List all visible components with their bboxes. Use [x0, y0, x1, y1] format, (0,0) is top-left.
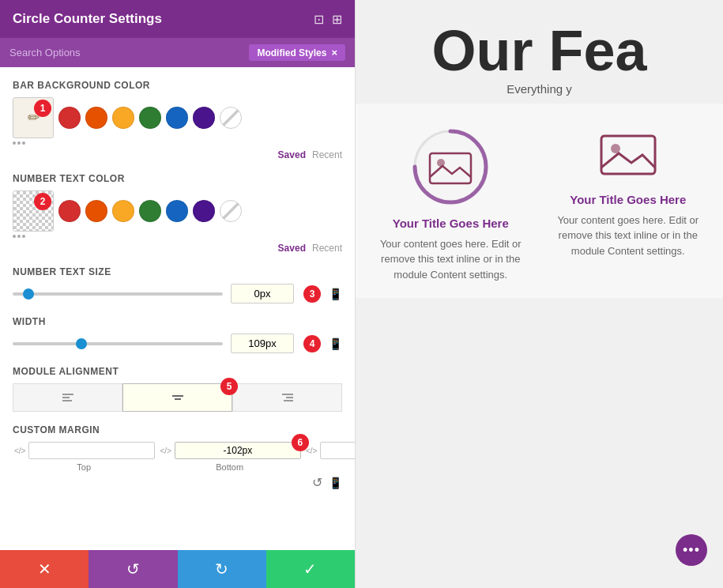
chat-dots-icon: •••: [683, 542, 700, 559]
color-blue[interactable]: [166, 107, 188, 129]
width-section: Width 109px 4 📱: [13, 316, 342, 353]
bottom-bar: ✕ ↺ ↻ ✓: [0, 550, 355, 588]
align-right-btn[interactable]: [232, 383, 342, 412]
number-text-size-input[interactable]: 0px: [231, 284, 294, 303]
svg-point-11: [437, 159, 445, 167]
save-button[interactable]: ✓: [266, 550, 355, 588]
cancel-button[interactable]: ✕: [0, 550, 88, 588]
bar-bg-color-swatch[interactable]: ✏ 1: [13, 97, 54, 138]
margin-bottom-input[interactable]: [175, 442, 301, 459]
search-bar: Search Options Modified Styles ×: [0, 38, 355, 67]
module-alignment-label: Module Alignment: [13, 366, 342, 377]
expand-icon[interactable]: ⊡: [314, 12, 324, 27]
search-placeholder[interactable]: Search Options: [9, 47, 81, 58]
nt-color-orange[interactable]: [85, 200, 107, 222]
width-thumb[interactable]: [76, 338, 87, 349]
color-more-dots: [13, 141, 342, 145]
card2-text: Your content goes here. Edit or remove t…: [549, 213, 708, 259]
saved-link-1[interactable]: Saved: [278, 149, 306, 160]
number-text-size-label: Number Text Size: [13, 266, 342, 277]
nt-color-yellow[interactable]: [112, 200, 134, 222]
color-transparent[interactable]: [220, 107, 242, 129]
width-label: Width: [13, 316, 342, 327]
modified-label: Modified Styles: [257, 47, 326, 58]
align-left-btn[interactable]: [13, 383, 122, 412]
margin-top-input[interactable]: [28, 442, 155, 459]
color-green[interactable]: [139, 107, 161, 129]
margin-bottom-label: Bottom: [216, 462, 243, 472]
grid-icon[interactable]: ⊞: [332, 12, 342, 27]
code-icon-top[interactable]: </>: [13, 445, 27, 457]
alignment-row: 5: [13, 383, 342, 412]
saved-link-2[interactable]: Saved: [278, 243, 306, 254]
preview-content: Your Title Goes Here Your content goes h…: [356, 104, 723, 298]
preview-big-title: Our Fea: [371, 22, 707, 79]
saved-recent-1: Saved Recent: [13, 149, 342, 160]
module-alignment-section: Module Alignment 5: [13, 366, 342, 412]
preview-header: Our Fea Everything y: [356, 0, 723, 104]
device-icon-margin[interactable]: 📱: [329, 477, 342, 489]
card2-title: Your Title Goes Here: [570, 192, 686, 208]
chat-bubble[interactable]: •••: [676, 534, 707, 566]
saved-recent-2: Saved Recent: [13, 243, 342, 254]
panel-header: Circle Counter Settings ⊡ ⊞: [0, 0, 355, 38]
nt-color-transparent[interactable]: [220, 200, 242, 222]
width-input[interactable]: 109px: [231, 334, 294, 353]
bar-bg-color-label: Bar Background Color: [13, 80, 342, 91]
number-text-color-swatch[interactable]: 2: [13, 190, 54, 232]
nt-color-red[interactable]: [58, 200, 81, 222]
number-text-size-thumb[interactable]: [23, 288, 34, 300]
card1-title: Your Title Goes Here: [393, 216, 509, 232]
nt-color-purple[interactable]: [193, 200, 215, 222]
number-text-color-label: Number Text Color: [13, 173, 342, 184]
svg-rect-5: [282, 394, 293, 395]
redo-button[interactable]: ↻: [178, 550, 266, 588]
svg-rect-12: [601, 136, 655, 174]
number-text-size-track[interactable]: [13, 292, 223, 296]
nt-more-dots: [13, 235, 342, 238]
cards-row: Your Title Goes Here Your content goes h…: [371, 127, 707, 282]
badge-5: 5: [220, 378, 238, 395]
custom-margin-section: Custom Margin </> Top </> 6: [13, 424, 342, 490]
align-center-btn[interactable]: 5: [122, 383, 232, 412]
color-purple[interactable]: [193, 107, 215, 129]
device-icon-2[interactable]: 📱: [329, 337, 342, 350]
undo-button[interactable]: ↺: [88, 550, 177, 588]
width-track[interactable]: [13, 342, 223, 345]
badge-6: 6: [292, 434, 309, 451]
recent-link-1[interactable]: Recent: [312, 149, 342, 160]
badge-4: 4: [303, 335, 321, 352]
margin-left-input[interactable]: [320, 442, 355, 459]
margin-top-cell: </> Top: [13, 442, 155, 472]
image-icon-container-2: [597, 127, 660, 183]
width-slider-row: 109px 4 📱: [13, 334, 342, 353]
badge-2: 2: [34, 193, 51, 210]
color-yellow[interactable]: [112, 107, 134, 129]
modified-badge: Modified Styles ×: [249, 44, 345, 61]
badge-1: 1: [34, 100, 51, 117]
custom-margin-label: Custom Margin: [13, 424, 342, 435]
margin-bottom-cell: </> 6 Bottom: [158, 442, 300, 472]
number-text-size-section: Number Text Size 0px 3 📱: [13, 266, 342, 303]
svg-rect-1: [62, 397, 70, 398]
number-text-color-row: 2: [13, 190, 342, 232]
margin-left-cell: </> Left: [304, 442, 355, 472]
color-orange[interactable]: [85, 107, 107, 129]
reset-icon[interactable]: ↺: [312, 475, 322, 490]
number-text-size-slider-row: 0px 3 📱: [13, 284, 342, 303]
feature-card-2: Your Title Goes Here Your content goes h…: [549, 127, 708, 282]
image-placeholder-icon-1: [428, 149, 473, 185]
nt-color-green[interactable]: [139, 200, 161, 222]
badge-3: 3: [303, 285, 321, 303]
svg-rect-2: [62, 400, 72, 401]
color-red[interactable]: [58, 107, 81, 129]
panel-title: Circle Counter Settings: [13, 11, 162, 27]
modified-close[interactable]: ×: [331, 47, 337, 58]
nt-color-blue[interactable]: [166, 200, 188, 222]
svg-point-13: [611, 144, 620, 153]
svg-rect-6: [286, 397, 293, 398]
code-icon-bottom[interactable]: </>: [158, 445, 172, 457]
device-icon-1[interactable]: 📱: [329, 288, 342, 300]
recent-link-2[interactable]: Recent: [312, 243, 342, 254]
image-placeholder-icon-2: [600, 131, 657, 179]
